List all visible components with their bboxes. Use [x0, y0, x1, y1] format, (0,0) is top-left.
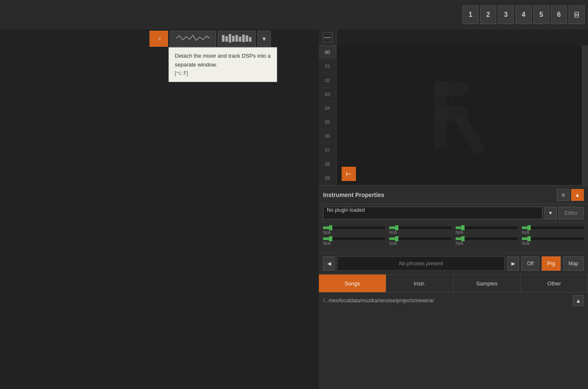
plugin-select[interactable]: No plugin loaded — [323, 207, 543, 219]
waveform-button[interactable] — [170, 31, 216, 47]
num-btn-3[interactable]: 3 — [498, 5, 514, 24]
svg-rect-8 — [249, 37, 251, 42]
sliders-section: N/A N/A N/A — [319, 222, 588, 253]
svg-rect-6 — [242, 35, 245, 42]
main-panel: — 00 01 02 03 04 05 06 07 08 09 — [319, 29, 588, 389]
phrase-mode-off[interactable]: Off — [521, 256, 539, 271]
row-09[interactable]: 09 — [319, 171, 336, 185]
svg-rect-5 — [239, 37, 241, 42]
tooltip-line2: separate window. — [175, 61, 271, 69]
detach-icon: ↗ — [157, 36, 161, 42]
num-btn-6[interactable]: 6 — [551, 5, 567, 24]
bottom-tabs: Songs Instr. Samples Other — [319, 274, 588, 293]
slider-label-1: N/A — [389, 230, 451, 235]
cursor-icon: ⊢ — [346, 170, 352, 178]
row-00[interactable]: 00 — [319, 45, 336, 59]
inst-title: Instrument Properties — [323, 192, 384, 198]
instrument-collapse-button[interactable]: ▲ — [571, 189, 584, 201]
num-btn-2[interactable]: 2 — [480, 5, 496, 24]
slider-handle-7[interactable] — [527, 236, 531, 241]
row-06[interactable]: 06 — [319, 129, 336, 143]
renoise-logo — [401, 69, 519, 163]
detach-mixer-button[interactable]: ↗ — [150, 31, 168, 47]
num-btn-4[interactable]: 4 — [516, 5, 532, 24]
row-02[interactable]: 02 — [319, 73, 336, 87]
slider-handle-5[interactable] — [395, 236, 398, 241]
tab-songs[interactable]: Songs — [319, 274, 386, 292]
slider-label-4: N/A — [323, 241, 385, 246]
top-toolbar: 1 2 3 4 5 6 ⌸ — [0, 0, 588, 29]
seq-content[interactable]: ⊢ — [337, 45, 582, 185]
slider-group-0: N/A — [323, 226, 385, 235]
filepath-text: /...mes/localdata/muzika/renoise/project… — [323, 298, 570, 304]
row-03[interactable]: 03 — [319, 88, 336, 101]
bars-button[interactable] — [218, 31, 256, 47]
filepath-bar: /...mes/localdata/muzika/renoise/project… — [319, 293, 588, 309]
instrument-menu-button[interactable]: ≡ — [557, 189, 569, 201]
phrases-row: ◀ No phrases present ▶ Off Prg Map — [319, 253, 588, 274]
slider-label-6: N/A — [456, 241, 518, 246]
slider-handle-6[interactable] — [461, 236, 465, 241]
num-btn-extra[interactable]: ⌸ — [569, 5, 585, 24]
slider-label-5: N/A — [389, 241, 451, 246]
svg-point-14 — [490, 76, 497, 83]
slider-handle-1[interactable] — [395, 225, 398, 230]
slider-track-1[interactable] — [389, 226, 451, 229]
num-btn-5[interactable]: 5 — [533, 5, 549, 24]
slider-track-7[interactable] — [522, 237, 584, 240]
sequencer-area: — 00 01 02 03 04 05 06 07 08 09 — [319, 29, 588, 185]
filepath-up-button[interactable]: ▲ — [573, 295, 584, 306]
svg-rect-2 — [229, 34, 231, 43]
slider-handle-4[interactable] — [329, 236, 332, 241]
row-08[interactable]: 08 — [319, 157, 336, 171]
slider-row-2: N/A N/A N/A — [323, 237, 584, 246]
slider-label-3: N/A — [522, 230, 584, 235]
slider-track-3[interactable] — [522, 226, 584, 229]
slider-track-6[interactable] — [456, 237, 518, 240]
collapse-icon: ▲ — [575, 192, 580, 198]
plugin-row: No plugin loaded ▼ Editor — [319, 204, 588, 222]
slider-track-5[interactable] — [389, 237, 451, 240]
slider-track-2[interactable] — [456, 226, 518, 229]
dropdown-arrow-icon: ▼ — [261, 36, 267, 42]
row-07[interactable]: 07 — [319, 143, 336, 157]
svg-rect-1 — [225, 36, 228, 42]
vertical-scrollbar[interactable] — [582, 45, 588, 185]
row-04[interactable]: 04 — [319, 101, 336, 115]
slider-track-4[interactable] — [323, 237, 385, 240]
prev-icon: ◀ — [327, 261, 331, 266]
svg-rect-7 — [246, 35, 248, 42]
plugin-dropdown-button[interactable]: ▼ — [544, 207, 557, 219]
tab-samples[interactable]: Samples — [454, 274, 521, 292]
slider-track-0[interactable] — [323, 226, 385, 229]
menu-icon: ≡ — [561, 192, 565, 198]
editor-button[interactable]: Editor — [559, 207, 584, 219]
slider-handle-2[interactable] — [461, 225, 465, 230]
tooltip: Detach the mixer and track DSPs into a s… — [168, 47, 277, 82]
num-btn-1[interactable]: 1 — [462, 5, 478, 24]
row-01[interactable]: 01 — [319, 59, 336, 73]
phrase-prev-button[interactable]: ◀ — [323, 256, 335, 271]
svg-rect-4 — [235, 35, 238, 42]
next-icon: ▶ — [511, 261, 515, 266]
svg-rect-0 — [222, 35, 225, 42]
cursor-button[interactable]: ⊢ — [342, 167, 356, 181]
tab-other[interactable]: Other — [521, 274, 588, 292]
slider-handle-0[interactable] — [329, 225, 332, 230]
row-05[interactable]: 05 — [319, 115, 336, 129]
instrument-properties: Instrument Properties ≡ ▲ No plugin load… — [319, 185, 588, 309]
slider-label-0: N/A — [323, 230, 385, 235]
slider-handle-3[interactable] — [527, 225, 531, 230]
slider-group-3: N/A — [522, 226, 584, 235]
phrase-next-button[interactable]: ▶ — [507, 256, 519, 271]
tooltip-shortcut: [⌥ F] — [175, 69, 271, 77]
plugin-dropdown-icon: ▼ — [548, 210, 553, 216]
view-dropdown-button[interactable]: ▼ — [257, 31, 271, 47]
tooltip-line1: Detach the mixer and track DSPs into a — [175, 52, 271, 61]
phrase-mode-map[interactable]: Map — [563, 256, 584, 271]
phrase-mode-prg[interactable]: Prg — [542, 256, 561, 271]
tab-instr[interactable]: Instr. — [386, 274, 454, 292]
minus-button[interactable]: — — [323, 32, 333, 43]
slider-group-6: N/A — [456, 237, 518, 246]
inst-header-buttons: ≡ ▲ — [557, 189, 584, 201]
